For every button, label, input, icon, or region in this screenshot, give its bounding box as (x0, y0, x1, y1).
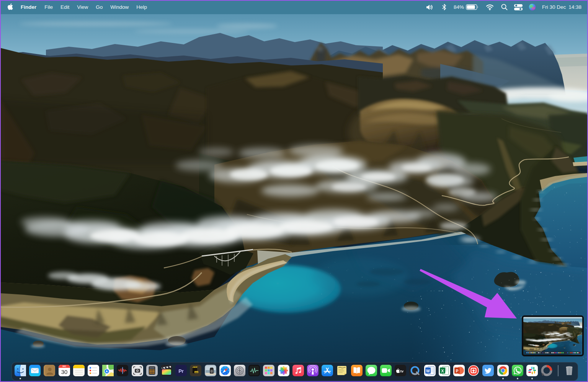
svg-text:W: W (426, 369, 430, 373)
svg-text:tv: tv (400, 369, 404, 373)
svg-text:2022: 2022 (195, 372, 198, 373)
svg-text:DEC: DEC (62, 366, 66, 367)
svg-text:30: 30 (61, 369, 67, 375)
svg-text:Pr: Pr (178, 368, 184, 374)
svg-text:P: P (456, 369, 458, 373)
svg-text:X: X (441, 369, 444, 373)
